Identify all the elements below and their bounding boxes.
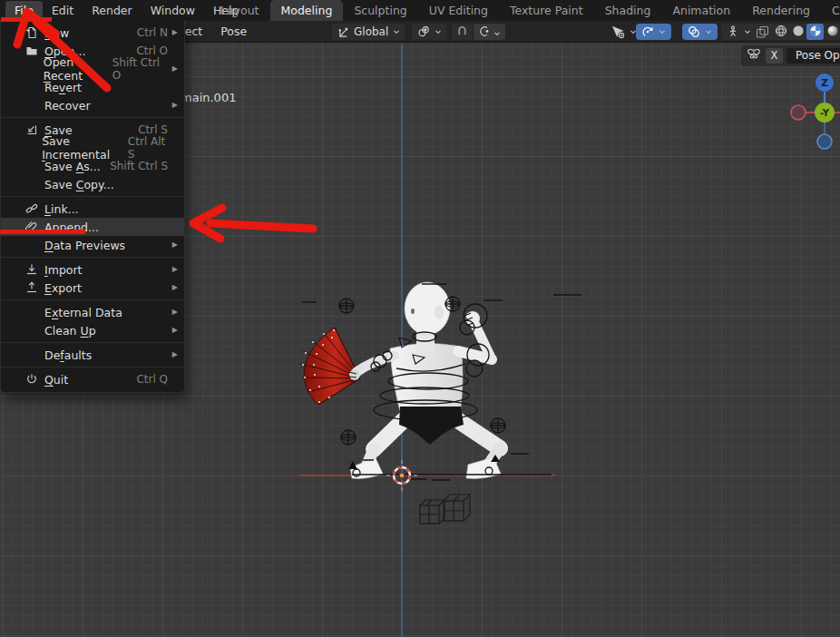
menu-item-open-recent[interactable]: Open RecentShift Ctrl O▶ [1, 60, 184, 78]
menu-item-label: Defaults [44, 348, 92, 362]
menu-item-label: Link... [44, 202, 79, 216]
shading-solid-button[interactable] [789, 24, 806, 40]
menu-item-label: Quit [44, 373, 68, 387]
viewport-menu-pose[interactable]: Pose [211, 21, 256, 43]
workspace-tab-modeling[interactable]: Modeling [270, 0, 344, 21]
butterfly-mirror-icon[interactable] [746, 47, 762, 64]
menu-item-save-incremental[interactable]: Save IncrementalCtrl Alt S [1, 139, 184, 157]
menu-item-label: Open Recent [44, 55, 112, 83]
menu-item-shortcut: Ctrl S [138, 123, 168, 136]
workspace-tab-texture-paint[interactable]: Texture Paint [499, 0, 594, 21]
workspace-tabs: LayoutModelingSculptingUV EditingTexture… [210, 0, 840, 21]
menu-item-shortcut: Ctrl N [137, 26, 168, 39]
submenu-arrow-icon: ▶ [168, 303, 178, 321]
topbar: FileEditRenderWindowHelp LayoutModelingS… [0, 0, 840, 21]
chevron-down-icon [393, 28, 400, 35]
transform-orientation-dropdown[interactable]: Global [332, 24, 405, 40]
chevron-down-icon [659, 28, 666, 35]
menubar-window[interactable]: Window [142, 0, 204, 21]
workspace-tab-layout[interactable]: Layout [210, 0, 270, 21]
menu-item-export[interactable]: Export▶ [1, 279, 184, 297]
pivot-point-icon [417, 25, 430, 38]
submenu-arrow-icon: ▶ [169, 60, 178, 78]
new-file-icon [1, 26, 44, 39]
snap-controls [452, 24, 505, 40]
menu-item-label: Append... [44, 220, 99, 234]
menu-item-label: Export [44, 281, 82, 295]
append-icon [1, 220, 44, 233]
menu-separator [1, 342, 184, 343]
menu-item-label: Revert [44, 81, 82, 94]
menu-item-defaults[interactable]: Defaults▶ [1, 346, 184, 364]
menubar-file[interactable]: File [5, 1, 43, 20]
menu-item-label: Import [44, 263, 83, 277]
menu-item-shortcut: Ctrl Alt S [128, 135, 170, 161]
menu-item-label: Save Copy... [44, 178, 114, 191]
menu-item-label: New [44, 26, 69, 40]
menu-item-shortcut: Shift Ctrl S [110, 160, 168, 172]
mirror-x-axis-toggle[interactable]: X [766, 48, 783, 64]
submenu-arrow-icon: ▶ [168, 24, 178, 42]
menu-item-new[interactable]: NewCtrl N▶ [1, 24, 184, 42]
menu-separator [1, 367, 184, 368]
stick-figure-icon [727, 25, 739, 38]
workspace-tab-shading[interactable]: Shading [594, 0, 662, 21]
save-icon [1, 123, 44, 136]
menu-item-data-previews[interactable]: Data Previews▶ [1, 236, 184, 254]
overlays-icon [688, 25, 700, 38]
menu-separator [1, 299, 184, 300]
link-icon [1, 202, 44, 215]
magnet-icon [456, 24, 468, 40]
snap-toggle-button[interactable] [452, 24, 473, 40]
pose-tool-settings: X Pose Options [741, 45, 840, 66]
active-object-label: main.001 [181, 91, 236, 104]
menu-item-import[interactable]: Import▶ [1, 260, 184, 279]
menu-item-append[interactable]: Append... [1, 218, 184, 236]
shading-material-preview-button[interactable] [806, 24, 824, 40]
submenu-arrow-icon: ▶ [168, 346, 178, 364]
menu-item-clean-up[interactable]: Clean Up▶ [1, 321, 184, 339]
menu-item-external-data[interactable]: External Data▶ [1, 303, 184, 321]
menu-item-label: Save As... [44, 160, 101, 173]
snap-settings-dropdown[interactable] [473, 24, 505, 40]
workspace-tab-sculpting[interactable]: Sculpting [343, 0, 417, 21]
workspace-tab-animation[interactable]: Animation [661, 0, 741, 21]
xray-icon [756, 25, 769, 39]
menu-item-recover[interactable]: Recover▶ [1, 96, 184, 114]
viewport-shading-switch [772, 24, 840, 40]
menu-item-save-as[interactable]: Save As...Shift Ctrl S [1, 157, 184, 175]
pivot-point-dropdown[interactable] [412, 24, 447, 40]
shading-rendered-icon [826, 24, 839, 41]
menu-item-label: External Data [44, 306, 122, 319]
menu-item-shortcut: Shift Ctrl O [112, 56, 169, 82]
workspace-tab-rendering[interactable]: Rendering [741, 0, 821, 21]
menubar-render[interactable]: Render [83, 0, 142, 21]
menu-item-quit[interactable]: QuitCtrl Q [1, 370, 184, 388]
pose-options-dropdown[interactable]: Pose Options [786, 48, 840, 64]
workspace-tab-uv-editing[interactable]: UV Editing [418, 0, 499, 21]
menu-separator [1, 117, 184, 118]
menu-item-label: Recover [44, 99, 91, 113]
quit-icon [1, 373, 44, 386]
open-folder-icon [1, 44, 44, 57]
menu-item-label: Save Incremental [42, 134, 128, 162]
workspace-tab-compositing[interactable]: Compositing [821, 0, 840, 21]
submenu-arrow-icon: ▶ [168, 321, 178, 339]
gizmo-icon [641, 25, 654, 38]
menubar-edit[interactable]: Edit [43, 0, 83, 21]
show-gizmos-toggle[interactable] [636, 24, 671, 40]
export-icon [1, 281, 44, 294]
menu-item-link[interactable]: Link... [1, 200, 184, 218]
show-overlays-toggle[interactable] [682, 24, 718, 40]
chevron-down-icon [705, 28, 712, 35]
orientation-label: Global [354, 25, 388, 38]
shading-rendered-button[interactable] [824, 24, 840, 40]
menu-item-save-copy[interactable]: Save Copy... [1, 175, 184, 193]
submenu-arrow-icon: ▶ [168, 260, 178, 279]
menu-separator [1, 257, 184, 258]
submenu-arrow-icon: ▶ [168, 96, 178, 114]
shading-wireframe-button[interactable] [772, 24, 789, 40]
toggle-xray-button[interactable] [750, 24, 775, 40]
menu-item-shortcut: Ctrl O [136, 44, 168, 57]
file-menu-dropdown: NewCtrl N▶Open...Ctrl OOpen RecentShift … [0, 20, 185, 393]
